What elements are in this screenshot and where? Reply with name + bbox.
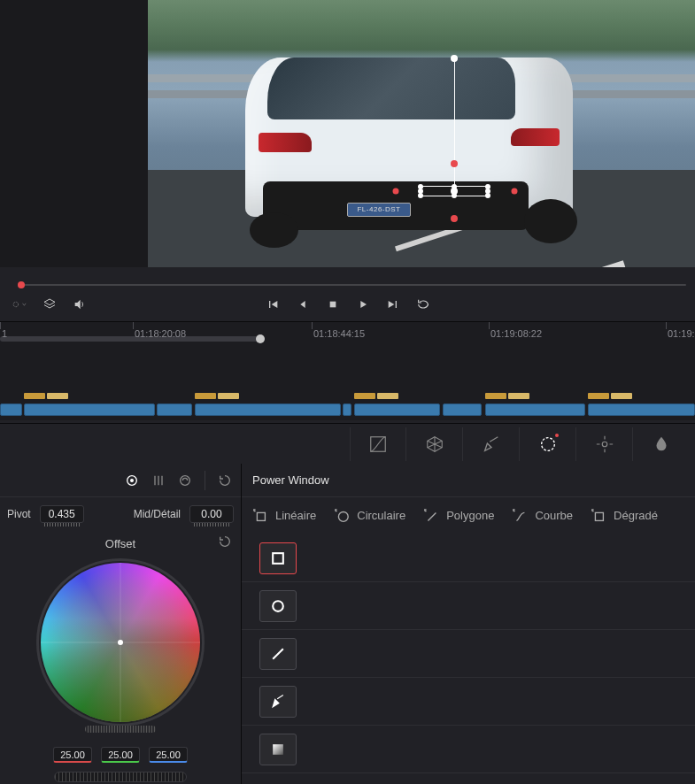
- pw-rect-shape[interactable]: [420, 186, 489, 196]
- timeline-clip[interactable]: [24, 404, 155, 416]
- timeline-clip[interactable]: [485, 404, 585, 416]
- add-gradient-button[interactable]: Dégradé: [591, 508, 658, 524]
- pw-rotation-handle[interactable]: [451, 55, 458, 62]
- timeline-playhead-range[interactable]: [0, 336, 261, 342]
- clip-marker[interactable]: [24, 393, 45, 399]
- step-back-button[interactable]: [292, 294, 313, 315]
- color-wheel-indicator[interactable]: [118, 640, 123, 645]
- pw-red-anchor-bottom[interactable]: [451, 215, 458, 222]
- pw-thumb-circle-icon[interactable]: [259, 590, 297, 622]
- tab-blur[interactable]: [633, 427, 690, 461]
- pw-rotation-handle-line[interactable]: [454, 58, 455, 187]
- offset-b-value[interactable]: 25.00: [149, 747, 188, 763]
- clip-marker[interactable]: [195, 393, 216, 399]
- pw-item-linear[interactable]: [242, 534, 695, 582]
- svg-rect-1: [329, 302, 336, 308]
- tab-warper[interactable]: [406, 427, 463, 461]
- pw-handle[interactable]: [485, 188, 490, 194]
- timeline-clip[interactable]: [343, 404, 351, 416]
- reset-all-button[interactable]: [218, 473, 232, 488]
- timeline-playhead[interactable]: [256, 334, 265, 343]
- reset-offset-button[interactable]: [218, 534, 232, 549]
- wheel-mode-primary[interactable]: [125, 473, 139, 488]
- pw-thumb-linear-icon[interactable]: [259, 542, 297, 574]
- tab-tracker[interactable]: [576, 427, 633, 461]
- timeline-clip[interactable]: [354, 404, 440, 416]
- pw-item-gradient[interactable]: [242, 726, 695, 773]
- timecode-tick: [312, 322, 313, 329]
- play-button[interactable]: [352, 294, 374, 315]
- prev-clip-button[interactable]: [262, 294, 283, 315]
- mid-detail-value[interactable]: 0.00: [189, 505, 234, 523]
- pw-red-anchor-top[interactable]: [451, 160, 458, 167]
- clip-marker[interactable]: [485, 393, 506, 399]
- pw-handle[interactable]: [452, 184, 457, 189]
- clip-marker[interactable]: [47, 393, 68, 399]
- offset-r-value[interactable]: 25.00: [53, 747, 92, 763]
- timeline-clip[interactable]: [0, 404, 22, 416]
- pw-softness-right[interactable]: [512, 188, 518, 195]
- viewer-scrubber[interactable]: [18, 284, 686, 286]
- stop-button[interactable]: [322, 294, 344, 315]
- pw-thumb-polygon-icon[interactable]: [259, 638, 297, 670]
- viewer-image[interactable]: FL-426-DST: [148, 0, 695, 267]
- clip-marker[interactable]: [611, 393, 632, 399]
- svg-rect-12: [273, 553, 283, 564]
- scene-car: FL-426-DST: [219, 49, 599, 243]
- timecode-tick: [133, 322, 134, 329]
- svg-rect-11: [595, 512, 603, 520]
- add-linear-button[interactable]: Linéaire: [252, 508, 316, 524]
- power-window-panel: Power Window Linéaire Circulaire Polygon…: [242, 464, 695, 784]
- timeline-clip[interactable]: [195, 404, 341, 416]
- layers-icon[interactable]: [42, 297, 57, 311]
- wheel-mode-bars[interactable]: [178, 473, 192, 488]
- svg-rect-14: [273, 744, 283, 755]
- annotation-mode-dropdown[interactable]: [12, 297, 27, 311]
- pivot-value[interactable]: 0.435: [40, 505, 84, 523]
- timeline-clip[interactable]: [157, 404, 192, 416]
- add-curve-button[interactable]: Courbe: [512, 508, 573, 524]
- tab-qualifier[interactable]: [463, 427, 520, 461]
- svg-point-4: [541, 437, 554, 450]
- clip-marker[interactable]: [377, 393, 398, 399]
- timeline-clip[interactable]: [588, 404, 695, 416]
- tab-curves[interactable]: [350, 427, 406, 461]
- timecode-ruler[interactable]: 101:18:20:0801:18:44:1501:19:08:2201:19:…: [0, 322, 695, 345]
- timecode-tick: [489, 322, 490, 329]
- svg-rect-9: [257, 512, 265, 520]
- pw-softness-left[interactable]: [393, 188, 399, 195]
- add-polygon-button[interactable]: Polygone: [423, 508, 494, 524]
- add-circle-button[interactable]: Circulaire: [334, 508, 405, 524]
- scrubber-playhead[interactable]: [18, 281, 25, 288]
- pw-thumb-gradient-icon[interactable]: [259, 734, 297, 765]
- pivot-label: Pivot: [7, 508, 31, 520]
- clip-marker[interactable]: [354, 393, 375, 399]
- offset-color-wheel[interactable]: [41, 563, 200, 722]
- pw-thumb-curve-icon[interactable]: [259, 686, 297, 718]
- clip-marker[interactable]: [588, 393, 609, 399]
- y-jog-wheel[interactable]: [54, 772, 187, 782]
- color-tool-tabs: [0, 423, 695, 464]
- timeline-clips[interactable]: [0, 404, 695, 418]
- timecode-label: 01:18:44:15: [313, 328, 365, 339]
- timeline-markers: [0, 393, 695, 400]
- clip-marker[interactable]: [218, 393, 239, 399]
- offset-g-value[interactable]: 25.00: [101, 747, 140, 763]
- clip-marker[interactable]: [508, 393, 529, 399]
- pw-handle[interactable]: [418, 188, 423, 194]
- timecode-label: 01:19:3: [668, 328, 695, 339]
- pw-handle[interactable]: [452, 193, 457, 198]
- next-clip-button[interactable]: [382, 294, 404, 315]
- pw-item-circle[interactable]: [242, 582, 695, 630]
- loop-button[interactable]: [413, 294, 434, 315]
- timeline-clip[interactable]: [443, 404, 482, 416]
- timeline-panel[interactable]: 101:18:20:0801:18:44:1501:19:08:2201:19:…: [0, 321, 695, 420]
- tab-power-window[interactable]: [520, 427, 576, 461]
- master-jog[interactable]: [85, 726, 156, 733]
- wheel-mode-log[interactable]: [151, 473, 166, 488]
- pw-item-curve[interactable]: [242, 678, 695, 726]
- audio-icon[interactable]: [73, 297, 87, 311]
- timecode-tick: [0, 322, 1, 329]
- pw-item-polygon[interactable]: [242, 630, 695, 678]
- svg-point-8: [181, 475, 190, 485]
